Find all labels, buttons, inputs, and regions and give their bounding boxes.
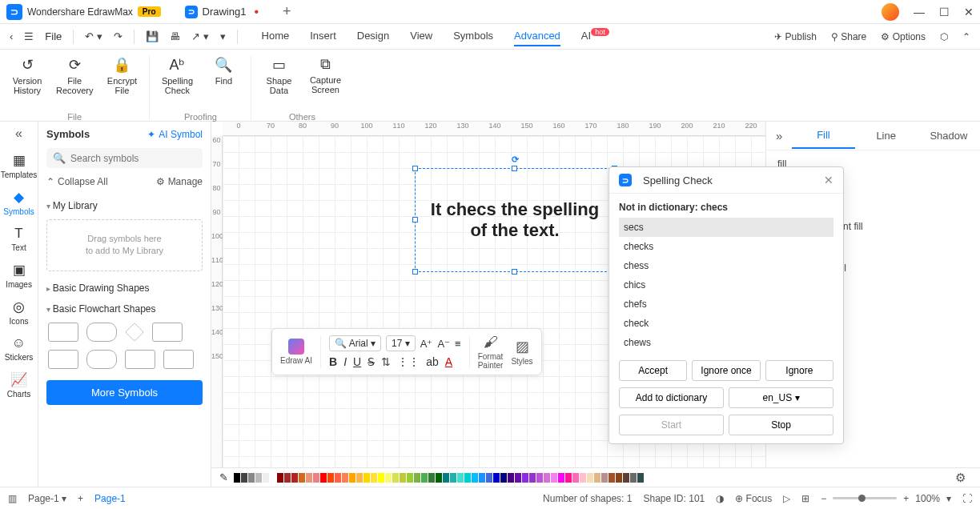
bold-icon[interactable]: B	[329, 355, 337, 368]
suggestion-item[interactable]: secs	[619, 218, 833, 237]
color-swatch[interactable]	[320, 473, 327, 483]
fit-icon[interactable]: ⛶	[962, 493, 972, 504]
menu-home[interactable]: Home	[262, 26, 290, 46]
options-button[interactable]: ⚙ Options	[881, 31, 926, 42]
notifications-icon[interactable]: ⬡	[940, 31, 948, 42]
layout-icon[interactable]: ▥	[8, 493, 17, 504]
color-swatch[interactable]	[551, 473, 557, 483]
color-swatch[interactable]	[493, 473, 500, 483]
spelling-check-dialog[interactable]: ⊃ Spelling Check ✕ Not in dictionary: ch…	[608, 166, 844, 444]
color-swatch[interactable]	[486, 473, 492, 483]
increase-font-icon[interactable]: A⁺	[420, 338, 433, 350]
ribbon-button[interactable]: ▭Shape Data	[261, 56, 296, 95]
color-swatch[interactable]	[299, 473, 305, 483]
suggestion-item[interactable]: check	[619, 314, 833, 333]
color-swatch[interactable]	[500, 473, 507, 483]
color-swatch[interactable]	[270, 473, 276, 483]
strike-icon[interactable]: S̶	[368, 355, 375, 368]
color-swatch[interactable]	[594, 473, 600, 483]
resize-handle[interactable]	[512, 166, 517, 171]
menu-view[interactable]: View	[410, 26, 432, 46]
color-swatch[interactable]	[436, 473, 442, 483]
color-swatch[interactable]	[637, 473, 644, 483]
accept-button[interactable]: Accept	[619, 360, 687, 381]
shape-rect3[interactable]	[48, 350, 78, 369]
color-swatch[interactable]	[565, 473, 572, 483]
file-menu[interactable]: File	[45, 30, 62, 42]
format-painter-button[interactable]: 🖌 Format Painter	[478, 334, 504, 370]
color-swatch[interactable]	[248, 473, 255, 483]
suggestion-item[interactable]: chews	[619, 333, 833, 352]
ribbon-button[interactable]: ⟳File Recovery	[56, 56, 93, 95]
color-swatch[interactable]	[349, 473, 355, 483]
bullets-icon[interactable]: ⋮⋮	[397, 355, 420, 368]
rail-item-text[interactable]: TText	[0, 221, 38, 257]
tab-line[interactable]: Line	[855, 123, 918, 148]
color-swatch[interactable]	[327, 473, 334, 483]
color-swatch[interactable]	[472, 473, 478, 483]
menu-design[interactable]: Design	[357, 26, 389, 46]
rotate-handle-icon[interactable]: ⟳	[512, 154, 519, 165]
case-icon[interactable]: ab	[426, 355, 439, 368]
color-swatch[interactable]	[378, 473, 384, 483]
edraw-ai-button[interactable]: Edraw AI	[280, 339, 312, 365]
color-swatch[interactable]	[508, 473, 514, 483]
color-swatch[interactable]	[371, 473, 377, 483]
color-swatch[interactable]	[306, 473, 312, 483]
color-swatch[interactable]	[608, 473, 615, 483]
underline-icon[interactable]: U	[353, 355, 361, 368]
color-swatch[interactable]	[313, 473, 319, 483]
color-swatch[interactable]	[400, 473, 406, 483]
text-content[interactable]: It checs the spelling of the text.	[424, 199, 606, 241]
search-input[interactable]	[70, 153, 196, 164]
minimize-icon[interactable]: —	[914, 6, 925, 18]
color-swatch[interactable]	[450, 473, 456, 483]
ai-symbol-button[interactable]: ✦ AI Symbol	[147, 129, 203, 140]
dialog-close-icon[interactable]: ✕	[824, 174, 833, 186]
toggle-icon[interactable]: ◑	[716, 493, 724, 504]
ignore-once-button[interactable]: Ignore once	[692, 360, 760, 381]
color-swatch[interactable]	[356, 473, 363, 483]
ribbon-button[interactable]: ↺Version History	[10, 56, 45, 95]
suggestion-item[interactable]: chess	[619, 256, 833, 275]
text-shape[interactable]: ⟳ It checs the spelling of the text.	[415, 168, 615, 272]
stop-button[interactable]: Stop	[729, 415, 833, 435]
maximize-icon[interactable]: ☐	[939, 6, 950, 18]
line-spacing-icon[interactable]: ⇅	[381, 355, 391, 368]
decrease-font-icon[interactable]: A⁻	[437, 338, 450, 350]
shape-rect[interactable]	[48, 323, 78, 342]
page-tab[interactable]: Page-1	[94, 493, 126, 504]
ribbon-button[interactable]: ⧉Capture Screen	[307, 56, 343, 95]
color-swatch[interactable]	[479, 473, 485, 483]
resize-handle[interactable]	[412, 217, 418, 222]
font-color-icon[interactable]: A	[445, 355, 452, 368]
color-swatch[interactable]	[558, 473, 564, 483]
zoom-slider[interactable]	[833, 497, 897, 499]
resize-handle[interactable]	[412, 166, 418, 171]
save-icon[interactable]: 💾	[146, 30, 159, 42]
color-swatch[interactable]	[284, 473, 291, 483]
shape-rect5[interactable]	[163, 350, 194, 369]
collapse-ribbon-icon[interactable]: ⌃	[962, 31, 970, 42]
rail-item-icons[interactable]: ◎Icons	[0, 294, 38, 331]
add-page-button[interactable]: +	[78, 493, 83, 504]
color-swatch[interactable]	[457, 473, 464, 483]
color-swatch[interactable]	[630, 473, 637, 483]
ribbon-button[interactable]: 🔍Find	[206, 56, 241, 95]
collapse-all-button[interactable]: ⌃ Collapse All	[46, 176, 108, 187]
color-swatch[interactable]	[421, 473, 428, 483]
tab-shadow[interactable]: Shadow	[918, 123, 980, 148]
menu-symbols[interactable]: Symbols	[453, 26, 493, 46]
gear-icon[interactable]: ⚙	[955, 471, 972, 485]
color-swatch[interactable]	[515, 473, 521, 483]
undo-icon[interactable]: ↶ ▾	[85, 30, 102, 42]
language-select[interactable]: en_US ▾	[729, 387, 833, 408]
print-icon[interactable]: 🖶	[170, 30, 180, 42]
color-swatch[interactable]	[335, 473, 341, 483]
color-swatch[interactable]	[443, 473, 449, 483]
color-swatch[interactable]	[616, 473, 622, 483]
color-swatch[interactable]	[529, 473, 536, 483]
color-swatch[interactable]	[428, 473, 435, 483]
color-swatch[interactable]	[572, 473, 579, 483]
color-swatch[interactable]	[414, 473, 420, 483]
